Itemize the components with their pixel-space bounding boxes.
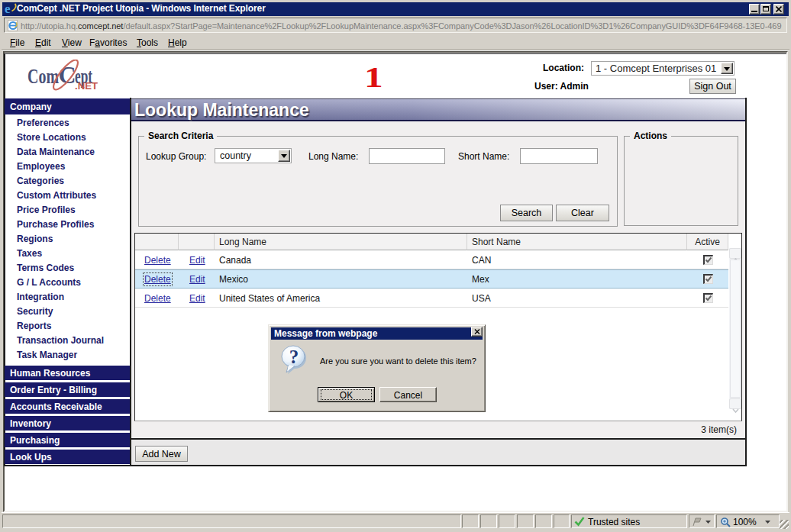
svg-text:.NET: .NET <box>75 81 98 92</box>
svg-text:e: e <box>5 2 11 15</box>
svg-text:?: ? <box>289 347 299 367</box>
